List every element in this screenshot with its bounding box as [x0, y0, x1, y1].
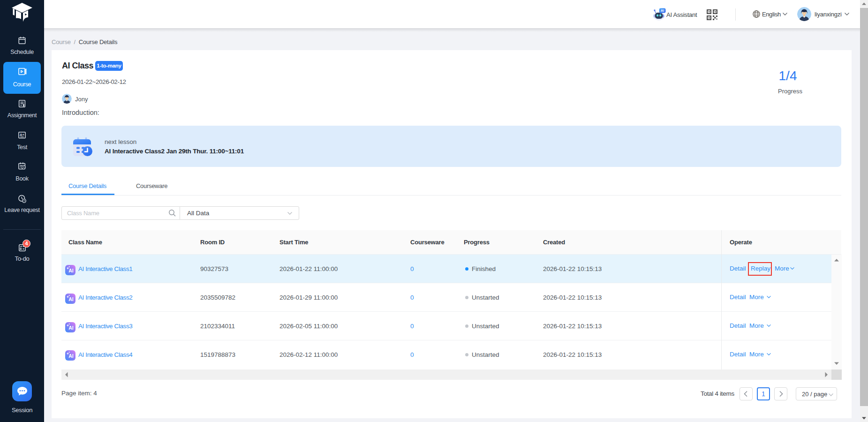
svg-text:AI: AI: [68, 325, 74, 331]
svg-text:AI: AI: [68, 353, 74, 359]
svg-text:AI: AI: [661, 9, 664, 12]
svg-text:AI: AI: [68, 296, 74, 302]
svg-text:A+: A+: [20, 133, 24, 137]
svg-text:AI: AI: [68, 268, 74, 273]
